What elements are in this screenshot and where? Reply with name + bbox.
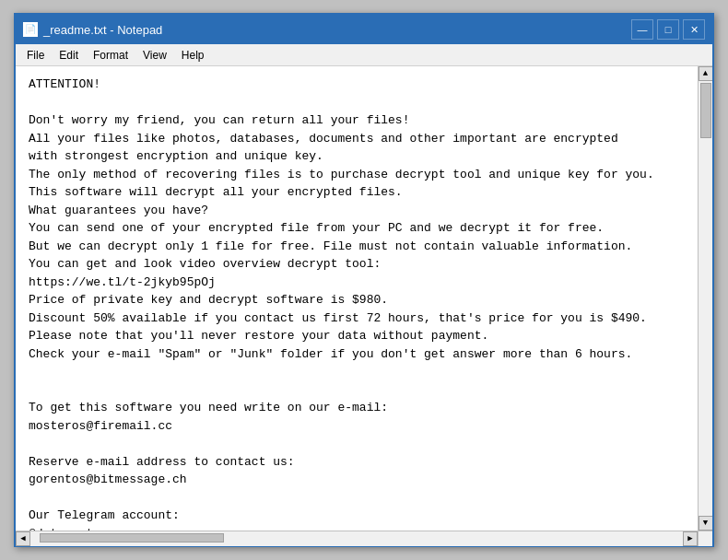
scroll-left-arrow[interactable]: ◀	[16, 531, 30, 546]
title-bar: 📄 _readme.txt - Notepad — □ ✕	[16, 15, 712, 44]
menu-format[interactable]: Format	[86, 47, 135, 64]
menu-edit[interactable]: Edit	[52, 47, 86, 64]
window-controls: — □ ✕	[631, 19, 705, 40]
scroll-up-arrow[interactable]: ▲	[699, 66, 713, 81]
menu-bar: File Edit Format View Help	[16, 44, 712, 66]
scroll-thumb-h[interactable]	[40, 533, 224, 542]
notepad-window: 📄 _readme.txt - Notepad — □ ✕ File Edit …	[14, 13, 714, 547]
horizontal-scrollbar[interactable]: ◀ ▶	[16, 531, 698, 546]
menu-help[interactable]: Help	[174, 47, 212, 64]
vertical-scrollbar[interactable]: ▲ ▼	[698, 66, 712, 531]
scroll-thumb-v[interactable]	[700, 83, 711, 138]
scroll-track-v[interactable]	[699, 81, 713, 516]
scrollbar-corner	[698, 531, 712, 546]
minimize-button[interactable]: —	[631, 19, 653, 40]
scroll-down-arrow[interactable]: ▼	[699, 516, 713, 531]
app-icon: 📄	[23, 22, 38, 37]
maximize-button[interactable]: □	[657, 19, 679, 40]
content-area: ATTENTION! Don't worry my friend, you ca…	[16, 66, 712, 531]
menu-view[interactable]: View	[135, 47, 174, 64]
title-bar-left: 📄 _readme.txt - Notepad	[23, 22, 162, 37]
scroll-right-arrow[interactable]: ▶	[683, 531, 698, 546]
text-editor[interactable]: ATTENTION! Don't worry my friend, you ca…	[16, 66, 698, 531]
close-button[interactable]: ✕	[683, 19, 705, 40]
menu-file[interactable]: File	[19, 47, 52, 64]
bottom-bar: ◀ ▶	[16, 531, 712, 545]
window-title: _readme.txt - Notepad	[43, 23, 162, 37]
scroll-track-h[interactable]	[30, 531, 683, 546]
